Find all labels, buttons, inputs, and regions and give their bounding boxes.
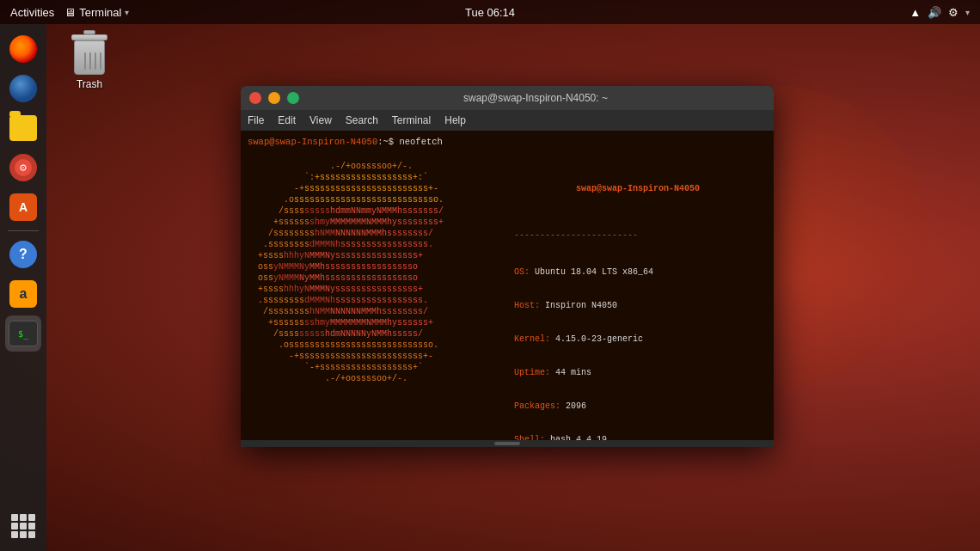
terminal-window: swap@swap-Inspiron-N4050: ~ File Edit Vi… [241, 86, 774, 447]
dock-item-software[interactable]: A [5, 189, 41, 225]
activities-button[interactable]: Activities [10, 6, 54, 19]
neofetch-art: .-/+oossssoo+/-. `:+ssssssssssssssssss+:… [248, 150, 514, 440]
menu-help[interactable]: Help [444, 114, 466, 126]
desktop: Activities 🖥 Terminal ▾ Tue 06:14 ▲ 🔊 ⚙ … [0, 0, 980, 551]
clock: Tue 06:14 [465, 6, 515, 19]
dock-item-firefox[interactable] [5, 31, 41, 67]
volume-icon: 🔊 [928, 6, 941, 19]
settings-icon: ⚙ [9, 154, 37, 181]
terminal-dock-icon: $_ [9, 321, 38, 346]
app-name-label: Terminal [79, 6, 121, 19]
terminal-body[interactable]: swap@swap-Inspiron-N4050:~$ neofetch .-/… [241, 131, 774, 440]
grid-icon [11, 514, 35, 538]
trash-icon [69, 30, 110, 75]
dock-item-amazon[interactable]: a [5, 276, 41, 312]
terminal-titlebar: swap@swap-Inspiron-N4050: ~ [241, 86, 774, 110]
scrollbar-thumb[interactable] [494, 442, 520, 445]
software-center-icon: A [9, 193, 37, 221]
dock-item-thunderbird[interactable] [5, 70, 41, 107]
terminal-menubar: File Edit View Search Terminal Help [241, 110, 774, 131]
terminal-scrollbar[interactable] [241, 440, 774, 447]
trash-label: Trash [77, 78, 102, 90]
app-menu-chevron: ▾ [125, 8, 129, 17]
dock-separator [8, 230, 39, 231]
dock-item-help[interactable]: ? [5, 236, 41, 272]
menu-view[interactable]: View [309, 114, 332, 126]
terminal-icon-small: 🖥 [64, 6, 76, 19]
topbar: Activities 🖥 Terminal ▾ Tue 06:14 ▲ 🔊 ⚙ … [0, 0, 980, 24]
desktop-trash[interactable]: Trash [69, 30, 110, 90]
dock-item-settings[interactable]: ⚙ [5, 150, 41, 186]
help-icon: ? [9, 241, 37, 268]
menu-terminal[interactable]: Terminal [392, 114, 431, 126]
neofetch-info: swap@swap-Inspiron-N4050 ---------------… [514, 150, 767, 440]
files-icon [9, 115, 37, 141]
maximize-button[interactable] [287, 92, 299, 104]
close-button[interactable] [249, 92, 261, 104]
dock-item-files[interactable] [5, 110, 41, 146]
amazon-icon: a [9, 280, 37, 308]
menu-file[interactable]: File [248, 114, 264, 126]
dock: ⚙ A ? a $_ [0, 24, 46, 551]
neofetch-output: .-/+oossssoo+/-. `:+ssssssssssssssssss+:… [248, 150, 767, 440]
wifi-icon: ▲ [910, 6, 921, 19]
app-menu[interactable]: 🖥 Terminal ▾ [64, 6, 129, 19]
thunderbird-icon [9, 75, 37, 102]
menu-search[interactable]: Search [346, 114, 378, 126]
prompt-user: swap@swap-Inspiron-N4050 [248, 137, 377, 147]
prompt-line: swap@swap-Inspiron-N4050:~$ neofetch [248, 136, 767, 148]
menu-edit[interactable]: Edit [278, 114, 296, 126]
firefox-icon [9, 35, 37, 63]
command-text: neofetch [399, 137, 442, 147]
minimize-button[interactable] [268, 92, 280, 104]
system-icon: ⚙ [948, 6, 959, 19]
show-apps-button[interactable] [5, 508, 41, 544]
dock-item-terminal[interactable]: $_ [5, 315, 41, 352]
chevron-down-icon: ▾ [965, 8, 970, 17]
terminal-title: swap@swap-Inspiron-N4050: ~ [306, 92, 765, 104]
